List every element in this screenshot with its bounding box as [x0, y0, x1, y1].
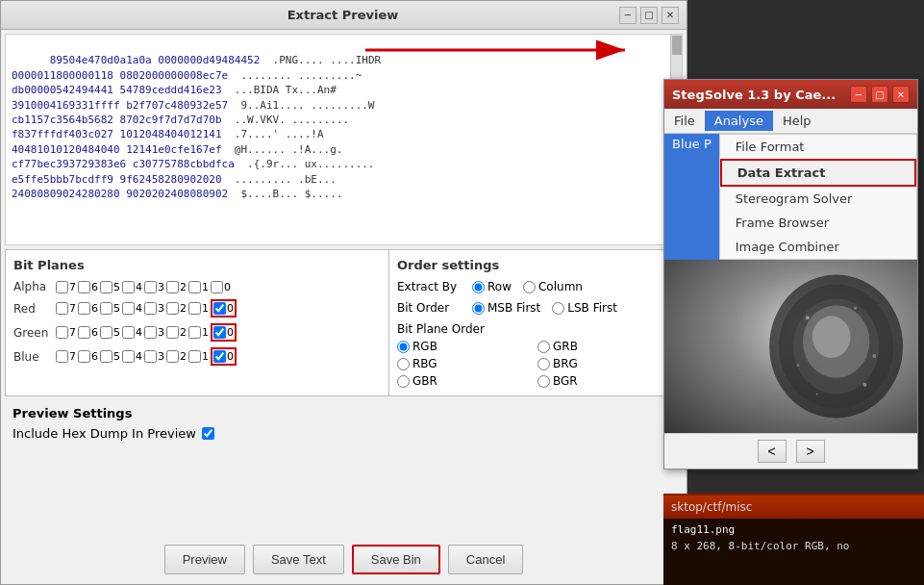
red-bit-3: 3	[144, 302, 164, 315]
dropdown-file-format[interactable]: File Format	[720, 135, 916, 159]
grb-option: GRB	[537, 340, 674, 353]
close-button[interactable]: ✕	[662, 7, 679, 24]
stegsolve-image-area	[664, 260, 917, 433]
green-label: Green	[13, 326, 52, 340]
blue-bit-6: 6	[78, 350, 98, 363]
dropdown-frame-browser[interactable]: Frame Browser	[720, 211, 916, 235]
blue-checkboxes: 7 6 5 4 3 2 1 0	[56, 347, 237, 366]
red-bit-1: 1	[188, 302, 209, 315]
bit-planes-title: Bit Planes	[13, 258, 381, 272]
gbr-option: GBR	[397, 374, 534, 388]
alpha-bit-7: 7	[56, 281, 76, 293]
stegsolve-menubar: File Analyse Help	[664, 109, 917, 134]
green-bit-1: 1	[188, 326, 209, 339]
bit-order-row: Bit Order MSB First LSB First	[397, 301, 674, 315]
terminal-path: sktop/ctf/misc	[671, 500, 752, 514]
terminal-content: flag11.png 8 x 268, 8-bit/color RGB, no	[663, 519, 924, 558]
dropdown-image-combiner[interactable]: Image Combiner	[720, 235, 916, 259]
bottom-buttons: Preview Save Text Save Bin Cancel	[1, 545, 687, 574]
menu-help[interactable]: Help	[773, 111, 821, 131]
analyse-dropdown: File Format Data Extract Stereogram Solv…	[719, 134, 917, 260]
panels-container: Bit Planes Alpha 7 6 5 4 3 2 1 0 Red	[5, 249, 683, 396]
green-row: Green 7 6 5 4 3 2 1 0	[13, 323, 381, 342]
menu-analyse[interactable]: Analyse	[705, 111, 773, 131]
green-bit-6: 6	[78, 326, 98, 339]
extract-by-column-option: Column	[523, 280, 583, 293]
red-row: Red 7 6 5 4 3 2 1 0	[13, 299, 381, 318]
alpha-row: Alpha 7 6 5 4 3 2 1 0	[13, 280, 381, 293]
blue-bit-1: 1	[188, 350, 209, 363]
stegsolve-maximize[interactable]: □	[871, 86, 888, 103]
blue-row: Blue 7 6 5 4 3 2 1 0	[13, 347, 381, 366]
stegsolve-minimize[interactable]: −	[850, 86, 867, 103]
save-text-button[interactable]: Save Text	[253, 545, 344, 574]
stegsolve-titlebar: StegSolve 1.3 by Cae... − □ ✕	[664, 80, 917, 109]
blue-bit-3: 3	[144, 350, 164, 363]
blue-bit-0: 0	[211, 347, 237, 366]
extract-by-row-option: Row	[472, 280, 512, 293]
green-bit-5: 5	[100, 326, 120, 339]
hex-dump-checkbox[interactable]	[202, 427, 214, 440]
maximize-button[interactable]: □	[640, 7, 658, 24]
image-display	[664, 260, 917, 433]
preview-text-area: 89504e470d0a1a0a 0000000d49484452 .PNG..…	[5, 34, 683, 245]
red-bit-5: 5	[100, 302, 120, 315]
extract-by-row: Extract By Row Column	[397, 280, 674, 293]
terminal-line-3: 8 x 268, 8-bit/color RGB, no	[671, 539, 916, 555]
stegsolve-title: StegSolve 1.3 by Cae...	[672, 88, 836, 102]
svg-point-7	[806, 316, 810, 319]
blue-bit-2: 2	[166, 350, 187, 363]
stegsolve-controls: − □ ✕	[850, 86, 910, 103]
back-button[interactable]: <	[758, 440, 787, 463]
alpha-bit-3: 3	[144, 281, 164, 293]
image-svg	[664, 260, 917, 433]
bit-plane-order-title: Bit Plane Order	[397, 322, 674, 336]
blue-bit-5: 5	[100, 350, 120, 363]
stegsolve-nav: < >	[664, 433, 917, 469]
extract-by-options: Row Column	[472, 280, 583, 293]
stegsolve-window: StegSolve 1.3 by Cae... − □ ✕ File Analy…	[663, 79, 918, 470]
lsb-first-option: LSB First	[552, 301, 617, 315]
hex-dump-label: Include Hex Dump In Preview	[12, 426, 196, 441]
order-settings-panel: Order settings Extract By Row Column Bit…	[389, 249, 683, 396]
bit-order-options: MSB First LSB First	[472, 301, 617, 315]
blue-plane-label: Blue P	[664, 134, 719, 260]
stegsolve-close[interactable]: ✕	[892, 86, 910, 103]
alpha-bit-4: 4	[122, 281, 142, 293]
red-checkboxes: 7 6 5 4 3 2 1 0	[56, 299, 237, 318]
preview-button[interactable]: Preview	[164, 545, 245, 574]
red-bit-6: 6	[78, 302, 98, 315]
extract-titlebar: Extract Preview − □ ✕	[1, 1, 687, 30]
menu-file[interactable]: File	[664, 111, 705, 131]
svg-point-8	[854, 307, 857, 310]
forward-button[interactable]: >	[796, 440, 825, 463]
red-bit-7: 7	[56, 302, 76, 315]
blue-bit-7: 7	[56, 350, 76, 363]
terminal-line-1: flag11.png	[671, 522, 916, 539]
alpha-bit-1: 1	[188, 281, 209, 293]
svg-point-9	[872, 354, 876, 358]
dropdown-data-extract[interactable]: Data Extract	[720, 159, 916, 187]
green-bit-2: 2	[166, 326, 187, 339]
extract-title: Extract Preview	[66, 8, 619, 22]
green-bit-3: 3	[144, 326, 164, 339]
preview-content: 89504e470d0a1a0a 0000000d49484452 .PNG..…	[6, 35, 682, 220]
hex-dump-row: Include Hex Dump In Preview	[12, 426, 675, 441]
bgr-option: BGR	[537, 374, 674, 388]
rgb-option: RGB	[397, 340, 534, 353]
alpha-checkboxes: 7 6 5 4 3 2 1 0	[56, 281, 231, 293]
extract-preview-window: Extract Preview − □ ✕ 89504e470d0a1a0a 0…	[0, 0, 687, 585]
green-bit-0: 0	[211, 323, 237, 342]
bit-plane-order: Bit Plane Order RGB GRB RBG	[397, 322, 674, 388]
alpha-bit-5: 5	[100, 281, 120, 293]
dropdown-stereogram-solver[interactable]: Stereogram Solver	[720, 187, 916, 211]
preview-settings: Preview Settings Include Hex Dump In Pre…	[5, 400, 683, 446]
titlebar-controls: − □ ✕	[619, 7, 679, 24]
save-bin-button[interactable]: Save Bin	[352, 545, 440, 574]
minimize-button[interactable]: −	[619, 7, 637, 24]
green-bit-4: 4	[122, 326, 142, 339]
cancel-button[interactable]: Cancel	[448, 545, 523, 574]
red-bit-2: 2	[166, 302, 187, 315]
svg-point-10	[796, 364, 799, 367]
preview-settings-title: Preview Settings	[12, 406, 675, 420]
